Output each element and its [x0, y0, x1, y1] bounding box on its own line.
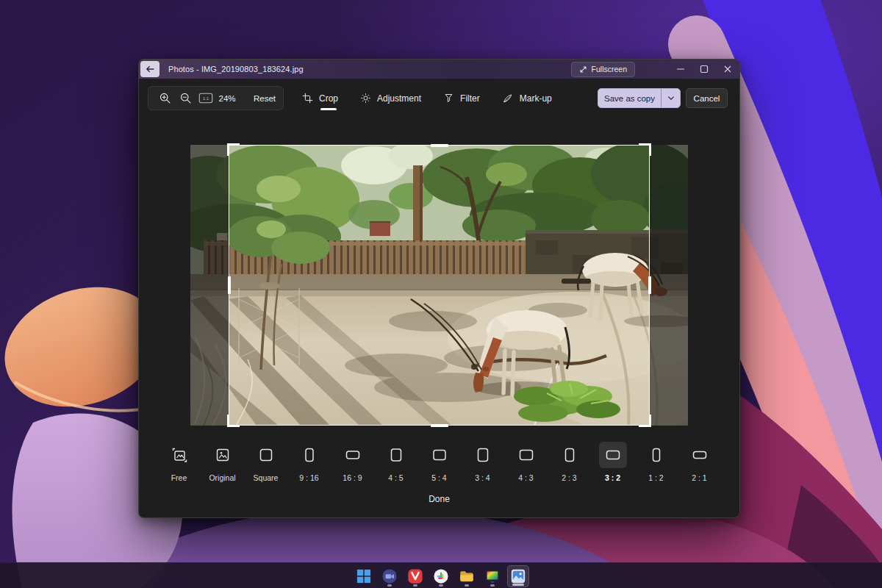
crop-dim-right [650, 145, 688, 426]
edit-toolbar: 1:1 24% Reset Crop Adjus [139, 86, 739, 112]
aspect-ratio-option[interactable]: 16 : 9 [331, 442, 374, 482]
aspect-ratio-icon [556, 442, 584, 468]
crop-handle-bottom-right[interactable] [639, 415, 651, 427]
aspect-ratio-option[interactable]: 1 : 2 [634, 442, 678, 482]
tab-filter-label: Filter [460, 93, 480, 104]
titlebar: Photos - IMG_20190803_183624.jpg Fullscr… [139, 60, 739, 79]
aspect-ratio-label: Square [254, 473, 279, 482]
actual-size-button[interactable]: 1:1 [196, 89, 216, 108]
chevron-down-icon [667, 96, 675, 101]
back-button[interactable] [140, 61, 159, 77]
minimize-button[interactable] [669, 60, 692, 79]
aspect-ratio-label: 4 : 3 [518, 473, 533, 482]
crop-handle-top-right[interactable] [639, 143, 651, 156]
running-indicator [512, 584, 524, 586]
crop-icon [302, 93, 313, 104]
taskbar-icon-video-call[interactable] [379, 565, 401, 587]
aspect-ratio-icon [339, 442, 367, 468]
aspect-ratio-option[interactable]: 2 : 1 [678, 442, 721, 482]
aspect-ratio-label: 3 : 2 [605, 473, 620, 482]
zoom-out-icon [179, 92, 192, 104]
crop-handle-left[interactable] [228, 276, 231, 294]
taskbar-icon-vivaldi[interactable] [404, 565, 426, 587]
aspect-ratio-option[interactable]: Original [201, 442, 244, 482]
aspect-ratio-label: 4 : 5 [388, 473, 403, 482]
close-icon [723, 65, 732, 74]
aspect-ratio-option[interactable]: 3 : 4 [461, 442, 504, 482]
running-indicator [387, 584, 392, 587]
close-button[interactable] [716, 60, 739, 79]
save-as-copy-button[interactable]: Save as copy [598, 89, 661, 107]
aspect-ratio-icon [426, 442, 453, 468]
aspect-ratio-icon [686, 442, 714, 468]
video-call-icon [381, 568, 398, 584]
aspect-ratio-label: 16 : 9 [343, 473, 362, 482]
zoom-level: 24% [216, 94, 238, 103]
aspect-ratio-label: Original [209, 473, 235, 482]
markup-pen-icon [502, 93, 514, 104]
aspect-ratio-option[interactable]: 4 : 3 [504, 442, 548, 482]
tab-crop-label: Crop [319, 93, 338, 104]
aspect-ratio-label: 3 : 4 [475, 473, 490, 482]
maximize-button[interactable] [692, 60, 716, 79]
minimize-icon [676, 65, 685, 74]
save-options-dropdown[interactable] [661, 89, 680, 107]
aspect-ratio-icon [642, 442, 670, 468]
running-indicator [490, 584, 495, 587]
aspect-ratio-option[interactable]: Square [244, 442, 287, 482]
crop-handle-bottom-left[interactable] [227, 415, 240, 427]
photos-app-window: Photos - IMG_20190803_183624.jpg Fullscr… [138, 59, 740, 518]
photos-app-icon [510, 568, 526, 584]
aspect-ratio-option[interactable]: Free [157, 442, 201, 482]
done-button[interactable]: Done [418, 491, 460, 507]
crop-handle-top[interactable] [431, 144, 448, 147]
display-color-icon [484, 568, 501, 584]
aspect-ratio-label: Free [171, 473, 187, 482]
aspect-ratio-option[interactable]: 5 : 4 [417, 442, 461, 482]
actual-size-icon: 1:1 [198, 93, 213, 104]
save-split-button: Save as copy [598, 88, 681, 108]
file-explorer-icon [459, 568, 475, 584]
aspect-ratio-option[interactable]: 4 : 5 [374, 442, 417, 482]
taskbar-icon-file-explorer[interactable] [456, 565, 478, 587]
crop-handle-bottom[interactable] [431, 424, 448, 427]
aspect-ratio-bar: Free [139, 442, 739, 482]
windows-logo-icon [356, 569, 371, 584]
aspect-ratio-label: 2 : 1 [692, 473, 706, 482]
zoom-in-button[interactable] [154, 89, 175, 108]
crop-handle-right[interactable] [648, 276, 651, 294]
svg-text:1:1: 1:1 [203, 96, 209, 101]
tab-markup-label: Mark-up [520, 93, 552, 104]
running-indicator [413, 584, 417, 587]
tab-filter[interactable]: Filter [443, 93, 480, 104]
tab-crop[interactable]: Crop [302, 93, 338, 104]
tab-adjustment[interactable]: Adjustment [360, 93, 421, 104]
fullscreen-label: Fullscreen [592, 65, 627, 74]
aspect-ratio-icon [469, 442, 497, 468]
tab-adjustment-label: Adjustment [377, 93, 421, 104]
running-indicator [439, 584, 443, 587]
taskbar-icon-photos[interactable] [507, 565, 529, 587]
cancel-button[interactable]: Cancel [686, 88, 728, 108]
photo-canvas [190, 145, 688, 426]
aspect-ratio-option[interactable]: 3 : 2 [591, 442, 634, 482]
zoom-in-icon [159, 92, 171, 104]
aspect-ratio-icon [382, 442, 410, 468]
aspect-ratio-icon [295, 442, 323, 468]
aspect-ratio-icon [252, 442, 280, 468]
original-ratio-icon [217, 450, 228, 461]
zoom-out-button[interactable] [175, 89, 196, 108]
reset-button[interactable]: Reset [248, 91, 281, 106]
aspect-ratio-icon [165, 442, 193, 468]
taskbar-icon-slack[interactable] [430, 565, 452, 587]
crop-box[interactable] [229, 145, 650, 426]
aspect-ratio-option[interactable]: 9 : 16 [287, 442, 331, 482]
taskbar-icon-display-color[interactable] [481, 565, 503, 587]
vivaldi-icon [407, 568, 423, 584]
fullscreen-button[interactable]: Fullscreen [571, 62, 635, 77]
start-button[interactable] [353, 565, 375, 587]
taskbar [0, 562, 882, 588]
aspect-ratio-option[interactable]: 2 : 3 [548, 442, 591, 482]
crop-handle-top-left[interactable] [227, 143, 240, 156]
tab-markup[interactable]: Mark-up [502, 93, 552, 104]
